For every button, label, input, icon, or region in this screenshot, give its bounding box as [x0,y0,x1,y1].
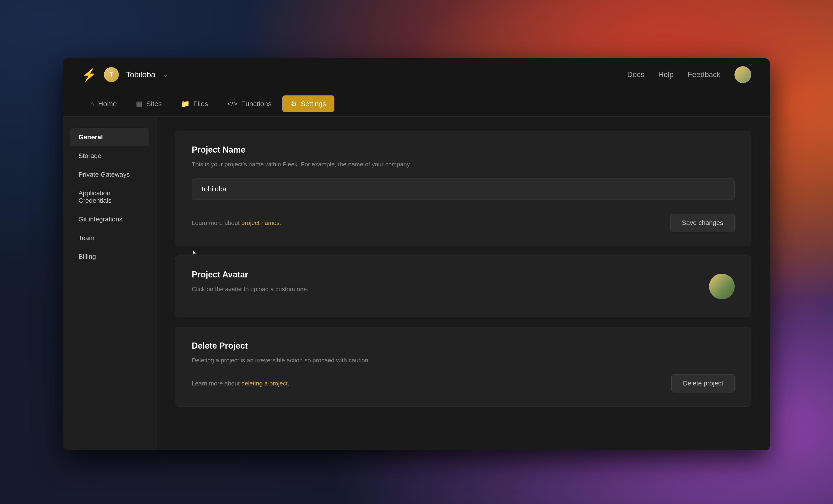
delete-project-learn-more: Learn more about deleting a project. [192,380,289,387]
sidebar: General Storage Private Gateways Applica… [63,117,157,450]
tab-files-label: Files [193,100,208,108]
delete-project-title: Delete Project [192,341,735,351]
project-avatar-card: Project Avatar Click on the avatar to up… [175,255,751,317]
home-icon: ⌂ [90,100,94,108]
settings-icon: ⚙ [291,100,297,108]
tab-functions-label: Functions [241,100,271,108]
user-name-label: Tobiloba [126,70,156,79]
project-avatar-title: Project Avatar [192,270,709,280]
tab-home[interactable]: ⌂ Home [82,96,125,112]
sidebar-item-team[interactable]: Team [70,229,149,247]
sidebar-item-application-credentials[interactable]: Application Credentials [70,184,149,209]
delete-project-footer: Learn more about deleting a project. Del… [192,374,735,393]
user-avatar-small[interactable]: T [104,67,119,82]
avatar-card-content: Project Avatar Click on the avatar to up… [192,270,735,303]
sidebar-item-private-gateways[interactable]: Private Gateways [70,166,149,183]
content-area: Project Name This is your project's name… [157,117,770,450]
sidebar-item-storage[interactable]: Storage [70,147,149,165]
project-name-desc: This is your project's name within Fleek… [192,160,735,169]
app-window: ⚡ T Tobiloba ⌄ Docs Help Feedback ⌂ Home… [63,58,770,450]
sites-icon: ▦ [136,100,142,108]
avatar-card-text: Project Avatar Click on the avatar to up… [192,270,709,303]
bolt-icon: ⚡ [82,69,97,81]
feedback-link[interactable]: Feedback [688,70,720,79]
tab-functions[interactable]: </> Functions [219,96,280,112]
sidebar-item-general[interactable]: General [70,128,149,146]
project-name-input[interactable] [192,178,735,200]
project-name-card: Project Name This is your project's name… [175,131,751,246]
navbar-left: ⚡ T Tobiloba ⌄ [82,67,168,82]
project-avatar-image[interactable] [709,274,735,299]
project-name-footer: Learn more about project names. Save cha… [192,214,735,232]
tab-files[interactable]: 📁 Files [172,96,216,112]
tab-settings-label: Settings [301,100,326,108]
tab-home-label: Home [98,100,117,108]
help-link[interactable]: Help [658,70,674,79]
deleting-a-project-link[interactable]: deleting a project. [241,380,289,387]
project-names-link[interactable]: project names. [241,219,281,226]
navbar: ⚡ T Tobiloba ⌄ Docs Help Feedback [63,58,770,91]
user-avatar-large[interactable] [734,66,751,83]
delete-project-desc: Deleting a project is an irreversible ac… [192,356,735,365]
delete-project-button[interactable]: Delete project [671,374,735,393]
project-name-learn-more: Learn more about project names. [192,219,281,227]
sidebar-item-git-integrations[interactable]: Git integrations [70,210,149,228]
tab-nav: ⌂ Home ▦ Sites 📁 Files </> Functions ⚙ S… [63,91,770,117]
sidebar-item-billing[interactable]: Billing [70,248,149,266]
navbar-right: Docs Help Feedback [627,66,751,83]
chevron-down-icon[interactable]: ⌄ [163,71,168,78]
tab-settings[interactable]: ⚙ Settings [282,96,334,112]
main-content: General Storage Private Gateways Applica… [63,117,770,450]
docs-link[interactable]: Docs [627,70,644,79]
files-icon: 📁 [181,100,190,108]
project-name-title: Project Name [192,145,735,155]
functions-icon: </> [227,100,237,108]
delete-project-card: Delete Project Deleting a project is an … [175,327,751,407]
tab-sites-label: Sites [146,100,162,108]
save-changes-button[interactable]: Save changes [670,214,735,232]
tab-sites[interactable]: ▦ Sites [127,96,170,112]
project-avatar-desc: Click on the avatar to upload a custom o… [192,285,709,294]
